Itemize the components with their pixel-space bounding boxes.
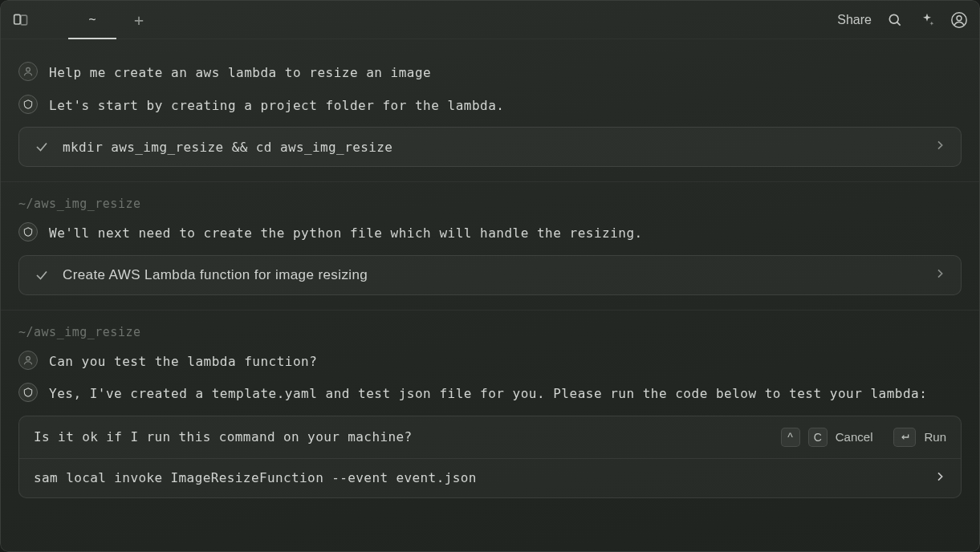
- action-text: Create AWS Lambda function for image res…: [63, 267, 921, 283]
- chevron-right-icon: [933, 470, 946, 486]
- confirmation-question: Is it ok if I run this command on your m…: [34, 429, 770, 444]
- app-icon: [12, 11, 30, 29]
- conversation-content: Help me create an aws lambda to resize a…: [1, 39, 979, 551]
- message-text: Help me create an aws lambda to resize a…: [49, 62, 431, 83]
- user-avatar-icon: [18, 62, 38, 81]
- return-key-icon: [893, 428, 916, 447]
- message-ai: Yes, I've created a template.yaml and te…: [18, 383, 962, 404]
- message-text: Let's start by creating a project folder…: [49, 95, 504, 116]
- user-avatar-icon: [18, 351, 38, 370]
- titlebar: ~ + Share: [1, 1, 979, 39]
- run-button[interactable]: Run: [924, 430, 946, 444]
- svg-rect-1: [21, 15, 27, 25]
- svg-point-5: [957, 15, 962, 20]
- ai-avatar-icon: [18, 383, 38, 402]
- cwd-path: ~/aws_img_resize: [18, 325, 962, 339]
- search-icon[interactable]: [886, 11, 904, 29]
- command-text: mkdir aws_img_resize && cd aws_img_resiz…: [63, 140, 921, 155]
- check-icon: [34, 139, 50, 155]
- svg-line-3: [897, 22, 901, 25]
- message-text: We'll next need to create the python fil…: [49, 222, 643, 244]
- message-user: Can you test the lambda function?: [18, 351, 962, 372]
- share-button[interactable]: Share: [837, 13, 872, 27]
- message-user: Help me create an aws lambda to resize a…: [18, 62, 962, 83]
- section-2: ~/aws_img_resize We'll next need to crea…: [1, 182, 979, 310]
- command-card[interactable]: mkdir aws_img_resize && cd aws_img_resiz…: [18, 127, 962, 167]
- run-confirmation-card: Is it ok if I run this command on your m…: [18, 416, 962, 498]
- chevron-right-icon: [933, 139, 946, 155]
- profile-icon[interactable]: [950, 11, 968, 29]
- section-3: ~/aws_img_resize Can you test the lambda…: [1, 310, 979, 513]
- ai-avatar-icon: [18, 95, 38, 114]
- message-text: Can you test the lambda function?: [49, 351, 317, 372]
- ai-avatar-icon: [18, 222, 38, 242]
- svg-point-2: [889, 14, 898, 23]
- cwd-path: ~/aws_img_resize: [18, 197, 962, 211]
- message-ai: Let's start by creating a project folder…: [18, 95, 962, 116]
- svg-point-7: [26, 356, 30, 360]
- svg-point-6: [26, 67, 30, 71]
- tab-add-button[interactable]: +: [123, 10, 155, 30]
- section-1: Help me create an aws lambda to resize a…: [1, 39, 979, 182]
- chevron-right-icon: [933, 267, 946, 283]
- cancel-key-caret: ^: [781, 428, 800, 447]
- check-icon: [34, 267, 50, 283]
- message-text: Yes, I've created a template.yaml and te…: [49, 383, 927, 404]
- cancel-button[interactable]: Cancel: [836, 430, 873, 444]
- tab-label: ~: [88, 12, 96, 26]
- sparkle-icon[interactable]: [918, 11, 936, 29]
- svg-rect-0: [14, 14, 21, 24]
- action-card[interactable]: Create AWS Lambda function for image res…: [18, 255, 962, 295]
- tab-home[interactable]: ~: [68, 1, 116, 39]
- message-ai: We'll next need to create the python fil…: [18, 222, 962, 244]
- pending-command-text: sam local invoke ImageResizeFunction --e…: [34, 470, 922, 485]
- cancel-key-c: C: [808, 428, 828, 447]
